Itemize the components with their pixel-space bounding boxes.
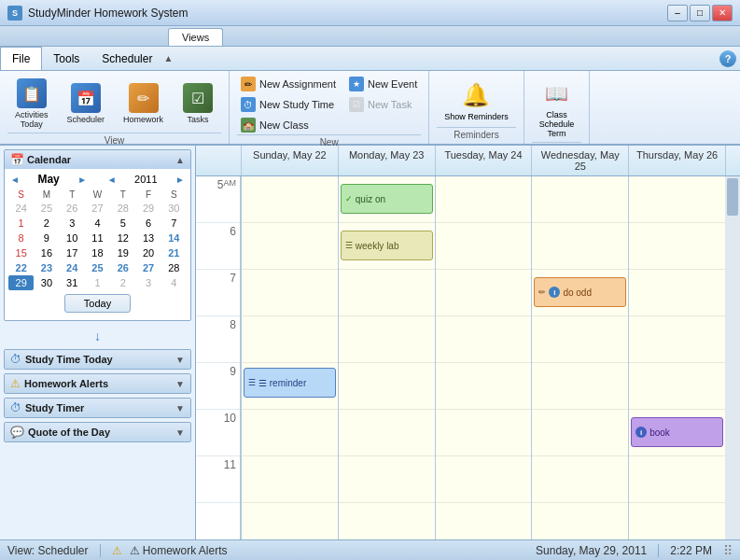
lab-icon: ☰ — [345, 241, 353, 250]
reminder-event[interactable]: ☰ ☰ reminder — [244, 368, 336, 398]
wed-9am — [532, 363, 628, 410]
cal-day-14[interactable]: 14 — [161, 231, 187, 245]
next-year-button[interactable]: ► — [174, 175, 187, 185]
scrollbar-thumb[interactable] — [727, 178, 738, 216]
cal-day-28[interactable]: 28 — [161, 260, 187, 275]
cal-day-21[interactable]: 21 — [161, 245, 187, 260]
cal-day-31[interactable]: 31 — [60, 275, 85, 290]
new-study-time-button[interactable]: ⏱ New Study Time — [237, 95, 340, 114]
cal-day-16[interactable]: 16 — [34, 245, 59, 260]
status-time: 2:22 PM — [670, 544, 712, 557]
scheduler-button[interactable]: 📅 Scheduler — [60, 79, 113, 128]
cal-day-next-1[interactable]: 1 — [85, 275, 110, 290]
study-timer-chevron: ▼ — [175, 403, 185, 413]
study-timer-title: Study Timer — [25, 402, 84, 413]
week-3: 15 16 17 18 19 20 21 — [8, 245, 187, 260]
quote-header[interactable]: 💬 Quote of the Day ▼ — [5, 423, 190, 441]
cal-day-next-3[interactable]: 3 — [135, 275, 161, 290]
study-time-chevron: ▼ — [175, 355, 185, 365]
cal-day-6[interactable]: 6 — [135, 216, 161, 231]
cal-day-5[interactable]: 5 — [110, 216, 135, 231]
homework-alerts-header[interactable]: ⚠ Homework Alerts ▼ — [5, 374, 190, 393]
scrollbar[interactable] — [725, 176, 740, 539]
study-time-header[interactable]: ⏱ Study Time Today ▼ — [5, 350, 190, 369]
menu-scheduler[interactable]: Scheduler — [91, 47, 163, 70]
new-assignment-button[interactable]: ✏ New Assignment — [237, 75, 340, 93]
cal-day-3[interactable]: 3 — [60, 216, 85, 231]
cal-day-27[interactable]: 27 — [135, 260, 161, 275]
new-class-button[interactable]: 🏫 New Class — [237, 116, 340, 134]
cal-day-20[interactable]: 20 — [135, 245, 161, 260]
maximize-button[interactable]: □ — [690, 5, 710, 21]
do-odd-label: do odd — [563, 287, 592, 298]
menu-tools[interactable]: Tools — [42, 47, 91, 70]
cal-day-25[interactable]: 25 — [85, 260, 110, 275]
help-button[interactable]: ? — [719, 50, 736, 67]
cal-day-15[interactable]: 15 — [8, 245, 34, 260]
new-event-button[interactable]: ★ New Event — [345, 75, 421, 93]
new-task-button[interactable]: ☑ New Task — [345, 95, 421, 114]
cal-day-24[interactable]: 24 — [60, 260, 85, 275]
class-schedule-button[interactable]: 📖 ClassScheduleTerm — [532, 75, 582, 142]
day-headers-row: S M T W T F S — [8, 189, 187, 201]
cal-day-10[interactable]: 10 — [60, 231, 85, 245]
calendar-header: 📅 Calendar ▲ — [5, 150, 190, 169]
do-odd-event[interactable]: ✏ i do odd — [534, 277, 626, 307]
scheduler-icon: 📅 — [71, 83, 101, 113]
new-assignment-icon: ✏ — [241, 77, 256, 91]
cal-day-next-2[interactable]: 2 — [110, 275, 135, 290]
ribbon-group-class-schedule: 📖 ClassScheduleTerm Term — [524, 71, 591, 144]
cal-day-prev-28[interactable]: 28 — [110, 201, 135, 216]
quiz-on-event[interactable]: ✓ quiz on — [341, 184, 433, 214]
cal-day-prev-27[interactable]: 27 — [85, 201, 110, 216]
homework-alerts-title: Homework Alerts — [24, 378, 108, 389]
homework-button[interactable]: ✏ Homework — [116, 79, 171, 128]
menu-file[interactable]: File — [0, 47, 42, 70]
cal-day-29[interactable]: 29 — [8, 275, 34, 290]
calendar-icon: 📅 — [10, 153, 24, 166]
cal-day-30[interactable]: 30 — [34, 275, 59, 290]
tasks-button[interactable]: ☑ Tasks — [175, 79, 221, 128]
collapse-button[interactable]: ▲ — [163, 53, 173, 63]
activities-today-button[interactable]: 📋 ActivitiesToday — [7, 75, 56, 133]
cal-day-22[interactable]: 22 — [8, 260, 34, 275]
study-timer-header[interactable]: ⏱ Study Timer ▼ — [5, 399, 190, 417]
cal-day-prev-26[interactable]: 26 — [60, 201, 85, 216]
cal-day-prev-24[interactable]: 24 — [8, 201, 34, 216]
cal-day-11[interactable]: 11 — [85, 231, 110, 245]
minimize-button[interactable]: – — [667, 5, 688, 21]
day-header-m: M — [34, 189, 59, 201]
cal-day-18[interactable]: 18 — [85, 245, 110, 260]
homework-alerts-section: ⚠ Homework Alerts ▼ — [4, 373, 191, 394]
cal-day-1[interactable]: 1 — [8, 216, 34, 231]
cal-day-prev-30[interactable]: 30 — [161, 201, 187, 216]
cal-day-prev-29[interactable]: 29 — [135, 201, 161, 216]
cal-day-next-4[interactable]: 4 — [161, 275, 187, 290]
cal-day-26[interactable]: 26 — [110, 260, 135, 275]
book-event[interactable]: i book — [631, 417, 723, 447]
cal-day-9[interactable]: 9 — [34, 231, 59, 245]
cal-day-13[interactable]: 13 — [135, 231, 161, 245]
activities-icon: 📋 — [17, 78, 47, 108]
cal-day-19[interactable]: 19 — [110, 245, 135, 260]
weekly-lab-event[interactable]: ☰ weekly lab — [341, 231, 433, 260]
calendar-collapse-button[interactable]: ▲ — [175, 155, 185, 165]
cal-day-12[interactable]: 12 — [110, 231, 135, 245]
next-month-button[interactable]: ► — [76, 175, 89, 185]
tab-views[interactable]: Views — [168, 28, 223, 46]
show-reminders-button[interactable]: 🔔 Show Reminders — [437, 77, 516, 125]
prev-year-button[interactable]: ◄ — [105, 175, 119, 185]
cal-day-7[interactable]: 7 — [161, 216, 187, 231]
cal-day-8[interactable]: 8 — [8, 231, 34, 245]
cal-day-2[interactable]: 2 — [34, 216, 59, 231]
cal-day-prev-25[interactable]: 25 — [34, 201, 59, 216]
cal-day-23[interactable]: 23 — [34, 260, 59, 275]
cal-day-4[interactable]: 4 — [85, 216, 110, 231]
book-icon: 📖 — [542, 78, 572, 108]
sun-5am — [242, 176, 338, 223]
close-button[interactable]: ✕ — [712, 5, 733, 21]
mon-7am — [339, 270, 435, 316]
cal-day-17[interactable]: 17 — [60, 245, 85, 260]
today-button[interactable]: Today — [64, 294, 131, 313]
prev-month-button[interactable]: ◄ — [8, 175, 21, 185]
